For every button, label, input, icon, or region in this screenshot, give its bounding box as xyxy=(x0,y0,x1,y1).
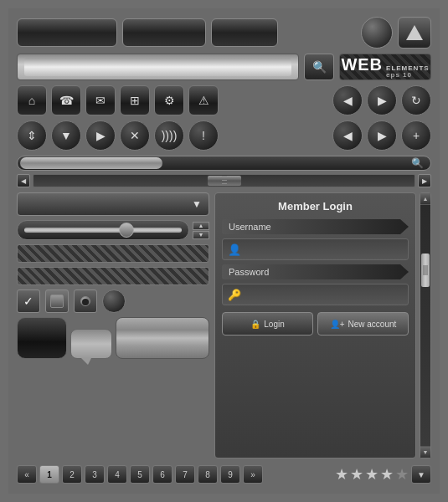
left2-button[interactable]: ◀ xyxy=(332,120,363,151)
page-4-btn[interactable]: 4 xyxy=(107,465,127,484)
scroll-down-nav[interactable]: ▼ xyxy=(411,465,431,484)
star-3[interactable]: ★ xyxy=(365,465,378,484)
star-4[interactable]: ★ xyxy=(380,465,394,484)
login-title: Member Login xyxy=(222,200,409,213)
lock-icon: 🔒 xyxy=(250,320,260,329)
web-badge-sub2: eps 10 xyxy=(386,72,430,79)
radio-button[interactable] xyxy=(74,289,97,313)
add-user-icon: 👤+ xyxy=(330,320,345,329)
wide-button-1[interactable] xyxy=(17,18,117,47)
grip-line-3 xyxy=(222,183,227,184)
scroll-down-arrow[interactable]: ▼ xyxy=(420,446,430,458)
page-9-label: 9 xyxy=(228,470,233,479)
metal-button[interactable] xyxy=(116,317,209,359)
wifi-button[interactable]: )))) xyxy=(154,120,184,151)
home-button[interactable]: ⌂ xyxy=(17,85,47,115)
page-6-label: 6 xyxy=(160,470,165,479)
star-1[interactable]: ★ xyxy=(335,465,348,484)
medium-button-1[interactable] xyxy=(122,18,206,47)
page-1-label: 1 xyxy=(47,470,52,479)
search-input[interactable] xyxy=(24,58,291,76)
page-2-btn[interactable]: 2 xyxy=(62,465,82,484)
scroll-v-thumb xyxy=(421,254,430,287)
striped-bar-2 xyxy=(17,267,209,285)
password-input[interactable] xyxy=(245,289,403,300)
login-panel: Member Login Username 👤 Password 🔑 🔒 xyxy=(214,192,416,458)
slider-handle[interactable] xyxy=(119,223,134,238)
scroll-track[interactable] xyxy=(33,174,415,187)
login-actions: 🔒 Login 👤+ New account xyxy=(222,312,409,336)
black-rounded-button[interactable] xyxy=(17,317,67,359)
page-next-btn[interactable]: » xyxy=(243,465,263,484)
circle-toggle[interactable] xyxy=(102,289,126,313)
settings-button[interactable]: ⚙ xyxy=(154,85,184,115)
left-button[interactable]: ◀ xyxy=(332,85,363,115)
up-down-control: ▲ ▼ xyxy=(193,222,209,239)
checkbox-checked[interactable] xyxy=(17,289,40,313)
left2-icon: ◀ xyxy=(343,129,353,142)
circle-button-1[interactable] xyxy=(361,17,393,49)
radio-dot xyxy=(82,299,89,305)
refresh-button[interactable]: ↻ xyxy=(401,85,431,115)
down-button[interactable]: ▼ xyxy=(51,120,81,151)
login-button[interactable]: 🔒 Login xyxy=(222,312,313,336)
play-button[interactable]: ▶ xyxy=(367,120,397,151)
page-5-btn[interactable]: 5 xyxy=(130,465,150,484)
star-2[interactable]: ★ xyxy=(350,465,363,484)
phone-button[interactable]: ☎ xyxy=(51,85,81,115)
page-8-btn[interactable]: 8 xyxy=(198,465,218,484)
page-9-btn[interactable]: 9 xyxy=(220,465,240,484)
network-button[interactable]: ⊞ xyxy=(120,85,150,115)
page-6-btn[interactable]: 6 xyxy=(152,465,173,484)
close-button[interactable]: ✕ xyxy=(120,120,150,151)
left-icon: ◀ xyxy=(343,94,353,107)
page-4-label: 4 xyxy=(115,470,120,479)
speech-bubble-button[interactable] xyxy=(70,329,112,359)
search-row: 🔍 WEB ELEMENTS eps 10 xyxy=(17,54,431,80)
slider-1[interactable] xyxy=(17,220,189,240)
dropdown-1[interactable]: ▼ xyxy=(17,192,209,216)
radio-inner xyxy=(80,296,90,306)
control-row xyxy=(17,289,209,313)
network-icon: ⊞ xyxy=(130,94,140,107)
warning-button[interactable]: ⚠ xyxy=(188,85,219,115)
progress-search-icon: 🔍 xyxy=(411,157,424,169)
progress-bar[interactable]: 🔍 xyxy=(17,156,431,171)
scroll-v-track[interactable] xyxy=(420,205,430,446)
new-account-button[interactable]: 👤+ New account xyxy=(317,312,409,336)
search-button[interactable]: 🔍 xyxy=(304,54,334,80)
password-input-row[interactable]: 🔑 xyxy=(222,284,409,305)
page-3-btn[interactable]: 3 xyxy=(85,465,105,484)
username-input[interactable] xyxy=(245,244,403,254)
page-2-label: 2 xyxy=(70,470,75,479)
triangle-button-1[interactable] xyxy=(398,17,431,49)
scroll-up-arrow[interactable]: ▲ xyxy=(420,193,430,205)
star-5[interactable]: ★ xyxy=(395,465,409,484)
page-8-label: 8 xyxy=(205,470,210,479)
v-grip-1 xyxy=(424,265,425,275)
small-button-1[interactable] xyxy=(211,18,278,47)
scroll-v-grip xyxy=(424,265,428,275)
updown-button[interactable]: ⇕ xyxy=(17,120,47,151)
main-container: 🔍 WEB ELEMENTS eps 10 ⌂ ☎ ✉ ⊞ ⚙ ⚠ ◀ ▶ ↻ xyxy=(8,8,440,494)
striped-bar-1 xyxy=(17,244,209,263)
slider-row: ▲ ▼ xyxy=(17,220,209,240)
right2-button[interactable]: ▶ xyxy=(85,120,116,151)
page-1-btn[interactable]: 1 xyxy=(39,465,59,484)
down2-button[interactable]: ▼ xyxy=(193,231,209,239)
plus-button[interactable]: + xyxy=(401,120,431,151)
up-button[interactable]: ▲ xyxy=(193,222,209,230)
scroll-right-arrow[interactable]: ▶ xyxy=(418,174,431,187)
username-label: Username xyxy=(222,219,409,234)
checkbox-empty[interactable] xyxy=(45,289,69,313)
right-button[interactable]: ▶ xyxy=(367,85,397,115)
page-7-btn[interactable]: 7 xyxy=(175,465,195,484)
checkbox-inner xyxy=(50,295,64,308)
username-input-row[interactable]: 👤 xyxy=(222,238,409,260)
page-prev-btn[interactable]: « xyxy=(17,465,37,484)
scroll-left-arrow[interactable]: ◀ xyxy=(17,174,30,187)
speech-col xyxy=(70,329,112,359)
scroll-grip xyxy=(222,176,227,184)
alert-button[interactable]: ! xyxy=(188,120,219,151)
mail-button[interactable]: ✉ xyxy=(85,85,116,115)
